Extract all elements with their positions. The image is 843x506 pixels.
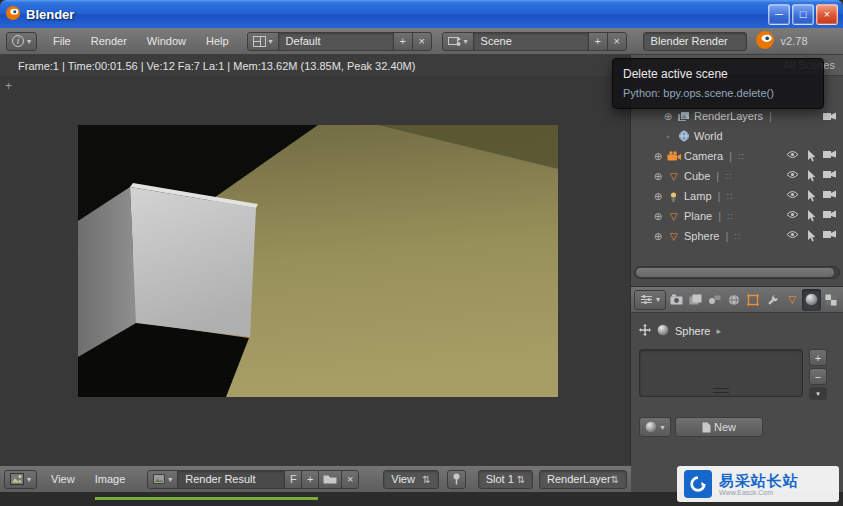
mesh-icon: ▽ (665, 211, 682, 222)
render-toggle[interactable] (823, 190, 836, 202)
expand-icon[interactable]: ⊕ (651, 171, 665, 182)
select-toggle[interactable] (806, 190, 816, 202)
expand-icon[interactable]: ⊕ (661, 111, 675, 122)
tab-render[interactable] (667, 289, 685, 311)
breadcrumb-object-name[interactable]: Sphere (675, 325, 710, 337)
scene-add-button[interactable]: + (588, 32, 608, 51)
hide-toggle[interactable] (786, 190, 799, 202)
open-image-button[interactable] (318, 470, 342, 489)
maximize-button[interactable]: □ (792, 4, 814, 25)
remove-slot-button[interactable]: − (809, 368, 827, 385)
menu-view[interactable]: View (41, 473, 85, 485)
menu-image[interactable]: Image (85, 473, 136, 485)
render-toggle[interactable] (823, 210, 836, 222)
chevron-down-icon: ▾ (168, 475, 172, 484)
expand-icon[interactable]: ⊕ (651, 191, 665, 202)
render-toggle[interactable] (823, 150, 836, 162)
layout-browse-button[interactable]: ▾ (247, 32, 279, 51)
lamp-icon (665, 191, 682, 202)
watermark-subtitle: Www.Easck.Com (719, 489, 799, 497)
outliner-item-camera[interactable]: ⊕ Camera | :: (631, 146, 843, 166)
outliner-item-lamp[interactable]: ⊕ Lamp | :: (631, 186, 843, 206)
render-toggle[interactable] (823, 112, 836, 121)
horizontal-scrollbar[interactable] (634, 266, 840, 279)
image-unlink-button[interactable]: × (341, 470, 359, 489)
region-expand-icon[interactable]: + (5, 79, 12, 93)
scene-name-field[interactable]: Scene (473, 32, 589, 51)
minimize-button[interactable]: ─ (768, 4, 790, 25)
updown-arrows-icon: ⇅ (422, 474, 430, 485)
select-toggle[interactable] (806, 210, 816, 222)
image-editor-icon (10, 473, 24, 485)
material-browse-button[interactable]: ▾ (639, 417, 671, 437)
chevron-right-icon: ▸ (716, 326, 721, 336)
slot-specials-button[interactable]: ▾ (809, 387, 827, 400)
blender-app-icon (5, 5, 21, 23)
scrollbar-thumb[interactable] (636, 268, 834, 277)
layout-name-field[interactable]: Default (278, 32, 394, 51)
version-label: v2.78 (781, 35, 808, 47)
camera-icon (823, 150, 836, 159)
slot-selector[interactable]: Slot 1 ⇅ (478, 470, 533, 489)
layout-close-button[interactable]: × (412, 32, 432, 51)
outliner-item-plane[interactable]: ⊕ ▽ Plane | :: (631, 206, 843, 226)
scene-delete-button[interactable]: × (607, 32, 627, 51)
menu-window[interactable]: Window (137, 35, 196, 47)
pin-toggle-button[interactable] (447, 470, 466, 489)
image-name-field[interactable]: Render Result (177, 470, 285, 489)
tab-render-layers[interactable] (686, 289, 704, 311)
select-toggle[interactable] (806, 170, 816, 182)
image-editor-viewport[interactable]: + (0, 76, 631, 465)
hide-toggle[interactable] (786, 170, 799, 182)
editor-type-button[interactable]: ▾ (4, 470, 37, 489)
image-add-button[interactable]: + (301, 470, 319, 489)
properties-editor-type-button[interactable]: ▾ (634, 290, 666, 310)
add-slot-button[interactable]: + (809, 349, 827, 366)
select-toggle[interactable] (806, 150, 816, 162)
resize-grip[interactable] (713, 388, 729, 393)
world-props-icon (728, 294, 740, 306)
tab-scene[interactable] (706, 289, 724, 311)
render-layer-selector[interactable]: RenderLayer ⇅ (539, 470, 627, 489)
tab-modifiers[interactable] (764, 289, 782, 311)
render-toggle[interactable] (823, 230, 836, 242)
render-toggle[interactable] (823, 170, 836, 182)
tab-object[interactable] (744, 289, 762, 311)
window-titlebar[interactable]: Blender ─ □ × (0, 0, 843, 28)
hide-toggle[interactable] (786, 230, 799, 242)
tab-material[interactable] (802, 289, 820, 311)
info-editor-type-button[interactable]: i ▾ (6, 32, 37, 51)
outliner-item-cube[interactable]: ⊕ ▽ Cube | :: (631, 166, 843, 186)
world-icon (675, 130, 692, 142)
select-toggle[interactable] (806, 230, 816, 242)
cursor-icon (806, 190, 816, 202)
hide-toggle[interactable] (786, 210, 799, 222)
close-button[interactable]: × (816, 4, 838, 25)
menu-file[interactable]: File (43, 35, 81, 47)
layout-add-button[interactable]: + (393, 32, 413, 51)
expand-icon[interactable]: ⊕ (651, 151, 665, 162)
timeline-range-bar (95, 497, 318, 500)
tab-data[interactable]: ▽ (783, 289, 801, 311)
view-mode-selector[interactable]: View ⇅ (383, 470, 438, 489)
expand-icon[interactable]: ⊕ (651, 211, 665, 222)
folder-icon (323, 474, 337, 485)
tooltip: Delete active scene Python: bpy.ops.scen… (612, 58, 824, 109)
menu-render[interactable]: Render (81, 35, 137, 47)
material-slot-list[interactable] (639, 349, 803, 397)
image-browse-button[interactable]: ▾ (147, 470, 178, 489)
tab-texture[interactable] (822, 289, 840, 311)
outliner-item-sphere[interactable]: ⊕ ▽ Sphere | :: (631, 226, 843, 246)
hide-toggle[interactable] (786, 150, 799, 162)
tab-world[interactable] (725, 289, 743, 311)
new-material-button[interactable]: New (675, 417, 763, 437)
outliner-item-renderlayers[interactable]: ⊕ RenderLayers | (631, 106, 843, 126)
render-engine-selector[interactable]: Blender Render (643, 32, 747, 51)
scene-browse-button[interactable]: ▾ (442, 32, 474, 51)
menu-help[interactable]: Help (196, 35, 239, 47)
fake-user-button[interactable]: F (284, 470, 302, 489)
scene-selector: ▾ Scene + × (442, 32, 627, 51)
outliner-item-world[interactable]: ◦ World (631, 126, 843, 146)
image-icon (153, 474, 165, 484)
expand-icon[interactable]: ⊕ (651, 231, 665, 242)
